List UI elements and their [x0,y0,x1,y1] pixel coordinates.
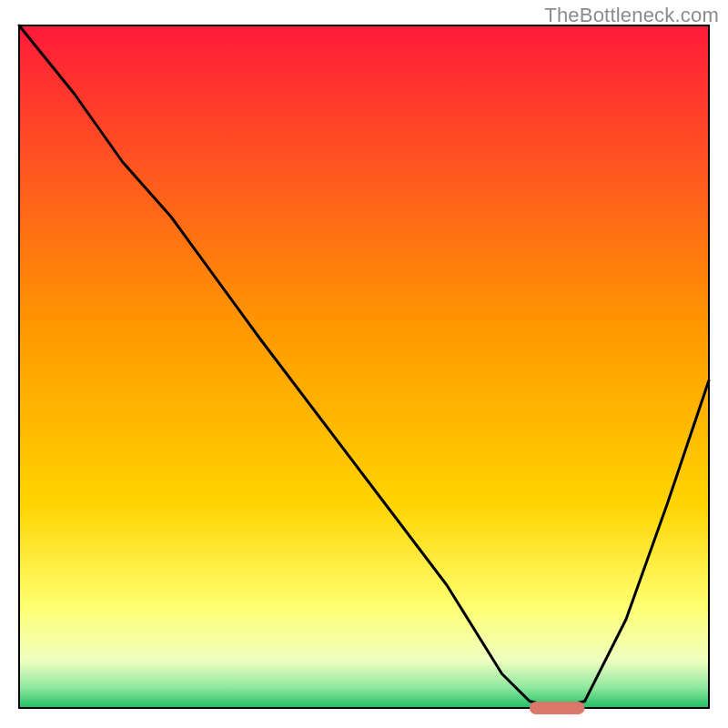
gradient-area [19,25,709,708]
optimal-marker [530,702,585,714]
bottleneck-chart [0,0,728,728]
